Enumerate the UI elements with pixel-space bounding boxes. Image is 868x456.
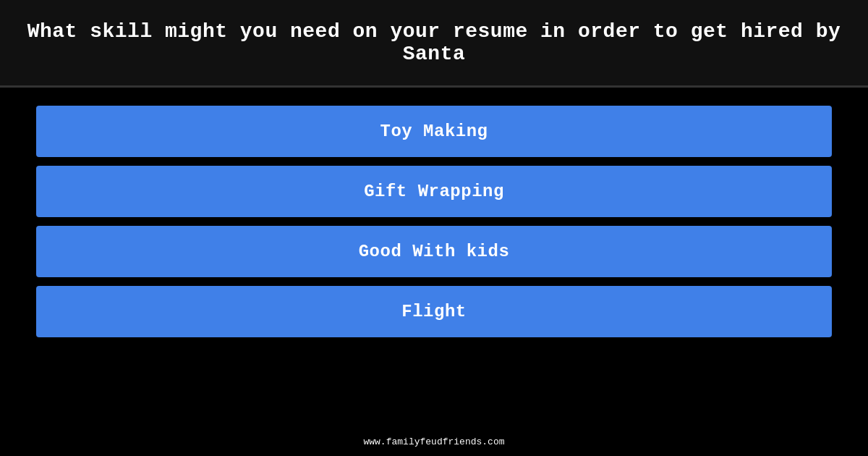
answer-button-4[interactable]: Flight xyxy=(36,286,832,337)
answer-button-3[interactable]: Good With kids xyxy=(36,226,832,277)
footer: www.familyfeudfriends.com xyxy=(0,428,868,456)
answer-label-3: Good With kids xyxy=(359,242,510,261)
question-text: What skill might you need on your resume… xyxy=(14,20,854,65)
answer-label-1: Toy Making xyxy=(380,122,488,141)
footer-url: www.familyfeudfriends.com xyxy=(363,436,504,447)
answer-label-2: Gift Wrapping xyxy=(364,182,504,201)
answer-button-1[interactable]: Toy Making xyxy=(36,106,832,157)
answer-button-2[interactable]: Gift Wrapping xyxy=(36,166,832,217)
question-header: What skill might you need on your resume… xyxy=(0,0,868,88)
answer-label-4: Flight xyxy=(401,302,466,321)
answers-container: Toy MakingGift WrappingGood With kidsFli… xyxy=(0,88,868,428)
